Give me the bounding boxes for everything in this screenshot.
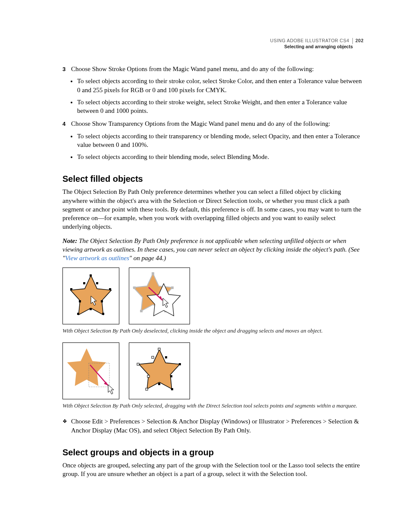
svg-rect-9: [83, 282, 85, 284]
step-number: 4: [62, 119, 71, 128]
svg-rect-7: [90, 308, 92, 310]
svg-rect-8: [79, 300, 81, 302]
svg-rect-4: [70, 288, 72, 290]
svg-rect-27: [165, 356, 167, 358]
step-number: 3: [62, 65, 71, 73]
step-text: Choose Show Stroke Options from the Magi…: [71, 65, 364, 73]
procedure-step: ❖ Choose Edit > Preferences > Selection …: [62, 417, 364, 435]
svg-rect-6: [101, 300, 103, 302]
figure-path-only-on-result: [129, 342, 190, 399]
svg-rect-23: [152, 356, 154, 358]
figure-path-only-off-after: [129, 268, 190, 324]
note-label: Note:: [62, 237, 77, 244]
link-view-artwork-outlines[interactable]: View artwork as outlines: [65, 255, 129, 261]
step-4-bullet: To select objects according to their tra…: [77, 132, 364, 149]
figure-path-only-on-drag: [62, 342, 119, 399]
svg-rect-26: [171, 388, 173, 390]
svg-rect-11: [171, 286, 174, 289]
svg-rect-1: [109, 288, 111, 290]
heading-select-filled: Select filled objects: [62, 173, 364, 185]
caption-2: With Object Selection By Path Only selec…: [62, 402, 364, 410]
svg-rect-10: [152, 272, 154, 275]
section-title: Selecting and arranging objects: [270, 44, 364, 50]
svg-rect-0: [90, 274, 92, 277]
step-3-bullet: To select objects according to their str…: [77, 77, 364, 94]
note: Note: The Object Selection By Path Only …: [62, 236, 364, 263]
book-title: USING ADOBE ILLUSTRATOR CS4: [270, 38, 349, 43]
step-4: 4 Choose Show Transparency Options from …: [62, 119, 364, 128]
step-3: 3 Choose Show Stroke Options from the Ma…: [62, 65, 364, 73]
svg-rect-5: [96, 282, 98, 284]
running-header: USING ADOBE ILLUSTRATOR CS4 202 Selectin…: [270, 38, 364, 50]
procedure-text: Choose Edit > Preferences > Selection & …: [71, 417, 364, 435]
heading-select-groups: Select groups and objects in a group: [62, 447, 364, 458]
step-3-bullet: To select objects according to their str…: [77, 98, 364, 115]
svg-rect-14: [133, 286, 136, 289]
svg-rect-2: [102, 313, 104, 315]
figure-path-only-off-before: [62, 268, 119, 324]
svg-rect-13: [140, 310, 143, 312]
svg-rect-25: [179, 363, 181, 365]
svg-rect-21: [137, 363, 139, 365]
step-text: Choose Show Transparency Options from th…: [71, 119, 364, 128]
para-groups: Once objects are grouped, selecting any …: [62, 461, 364, 479]
svg-rect-3: [77, 313, 79, 315]
svg-rect-29: [158, 383, 160, 385]
diamond-bullet-icon: ❖: [62, 417, 71, 435]
svg-rect-20: [158, 348, 160, 350]
svg-rect-24: [147, 375, 149, 377]
note-text-after: " on page 44.): [129, 255, 166, 261]
step-4-bullet: To select objects according to their ble…: [77, 152, 364, 161]
svg-marker-19: [104, 382, 108, 386]
page-number: 202: [352, 38, 364, 44]
caption-1: With Object Selection By Path Only desel…: [62, 327, 364, 335]
para-fill: The Object Selection By Path Only prefer…: [62, 187, 364, 231]
svg-rect-28: [170, 375, 172, 377]
svg-rect-22: [146, 388, 148, 390]
